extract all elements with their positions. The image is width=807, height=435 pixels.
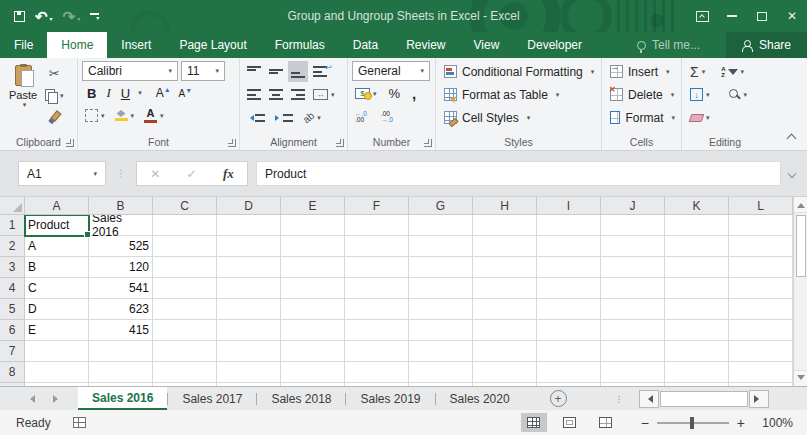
cell-I6[interactable]: [537, 320, 601, 341]
cell-L2[interactable]: [729, 236, 793, 257]
format-as-table-button[interactable]: Format as Table▾: [440, 84, 599, 105]
name-box[interactable]: A1 ▾: [18, 161, 106, 186]
row-header-9[interactable]: 9: [0, 383, 25, 386]
sort-filter-button[interactable]: AZ▾: [717, 61, 748, 82]
font-size-combo[interactable]: 11▾: [181, 61, 225, 81]
row-header-6[interactable]: 6: [0, 320, 25, 341]
cell-H2[interactable]: [473, 236, 537, 257]
cell-F9[interactable]: [345, 383, 409, 386]
cell-E5[interactable]: [281, 299, 345, 320]
ribbon-tab-page-layout[interactable]: Page Layout: [165, 32, 260, 58]
cell-L6[interactable]: [729, 320, 793, 341]
bold-button[interactable]: B: [82, 83, 101, 103]
cell-C1[interactable]: [153, 215, 217, 236]
cell-C4[interactable]: [153, 278, 217, 299]
cell-J3[interactable]: [601, 257, 665, 278]
cell-I2[interactable]: [537, 236, 601, 257]
share-button[interactable]: Share: [726, 32, 807, 58]
cell-C3[interactable]: [153, 257, 217, 278]
cell-I9[interactable]: [537, 383, 601, 386]
cell-H3[interactable]: [473, 257, 537, 278]
ribbon-display-options-button[interactable]: [687, 0, 717, 32]
cell-J8[interactable]: [601, 362, 665, 383]
sheet-tab-sales-2019[interactable]: Sales 2019: [346, 387, 434, 410]
cell-G7[interactable]: [409, 341, 473, 362]
cell-G5[interactable]: [409, 299, 473, 320]
row-header-8[interactable]: 8: [0, 362, 25, 383]
cell-C7[interactable]: [153, 341, 217, 362]
insert-function-icon[interactable]: fx: [223, 166, 234, 182]
row-header-3[interactable]: 3: [0, 257, 25, 278]
cell-D6[interactable]: [217, 320, 281, 341]
cell-E7[interactable]: [281, 341, 345, 362]
decrease-decimal-button[interactable]: .00→.0: [378, 106, 396, 127]
cell-B9[interactable]: [89, 383, 153, 386]
cancel-icon[interactable]: ✕: [150, 167, 160, 181]
cell-H1[interactable]: [473, 215, 537, 236]
column-header-G[interactable]: G: [409, 197, 473, 215]
cell-F7[interactable]: [345, 341, 409, 362]
comma-style-button[interactable]: ,: [409, 83, 419, 104]
cell-styles-button[interactable]: Cell Styles▾: [440, 107, 599, 128]
cell-J9[interactable]: [601, 383, 665, 386]
minimize-button[interactable]: [717, 0, 747, 32]
conditional-formatting-button[interactable]: Conditional Formatting▾: [440, 61, 599, 82]
macro-record-icon[interactable]: [73, 417, 86, 428]
cell-H8[interactable]: [473, 362, 537, 383]
cell-B5[interactable]: 623: [89, 299, 153, 320]
scroll-left-icon[interactable]: [639, 390, 659, 408]
autosum-button[interactable]: Σ▾: [686, 61, 709, 82]
cell-B6[interactable]: 415: [89, 320, 153, 341]
top-align-button[interactable]: [244, 61, 264, 82]
cell-J1[interactable]: [601, 215, 665, 236]
cell-B1[interactable]: Sales 2016: [89, 215, 153, 236]
column-header-L[interactable]: L: [729, 197, 793, 215]
font-color-button[interactable]: A▾: [141, 105, 167, 126]
cell-H4[interactable]: [473, 278, 537, 299]
cell-F6[interactable]: [345, 320, 409, 341]
page-layout-view-button[interactable]: [557, 413, 583, 432]
cut-button[interactable]: ✂: [42, 63, 67, 84]
vertical-scrollbar[interactable]: [793, 197, 807, 386]
column-header-K[interactable]: K: [665, 197, 729, 215]
center-button[interactable]: [266, 84, 286, 105]
cell-G6[interactable]: [409, 320, 473, 341]
zoom-level[interactable]: 100%: [755, 416, 793, 430]
ribbon-tab-data[interactable]: Data: [339, 32, 392, 58]
row-header-1[interactable]: 1: [0, 215, 25, 236]
cell-D5[interactable]: [217, 299, 281, 320]
cell-B4[interactable]: 541: [89, 278, 153, 299]
cell-H5[interactable]: [473, 299, 537, 320]
cell-I1[interactable]: [537, 215, 601, 236]
tell-me-box[interactable]: Tell me...: [611, 32, 726, 58]
collapse-ribbon-icon[interactable]: [787, 134, 797, 144]
cell-E9[interactable]: [281, 383, 345, 386]
align-left-button[interactable]: [244, 84, 264, 105]
cell-H6[interactable]: [473, 320, 537, 341]
horizontal-scrollbar[interactable]: [639, 390, 769, 408]
column-header-E[interactable]: E: [281, 197, 345, 215]
cell-J4[interactable]: [601, 278, 665, 299]
decrease-indent-button[interactable]: [244, 107, 268, 128]
cell-K9[interactable]: [665, 383, 729, 386]
column-header-F[interactable]: F: [345, 197, 409, 215]
cell-L9[interactable]: [729, 383, 793, 386]
cell-K3[interactable]: [665, 257, 729, 278]
ribbon-tab-file[interactable]: File: [0, 32, 47, 58]
zoom-out-button[interactable]: −: [641, 416, 649, 430]
cell-D9[interactable]: [217, 383, 281, 386]
cell-A6[interactable]: E: [25, 320, 89, 341]
cell-E6[interactable]: [281, 320, 345, 341]
save-button[interactable]: [14, 11, 25, 22]
accounting-format-button[interactable]: $▾: [352, 83, 380, 104]
cell-E3[interactable]: [281, 257, 345, 278]
cell-A2[interactable]: A: [25, 236, 89, 257]
vertical-scrollbar-thumb[interactable]: [796, 215, 806, 277]
fill-button[interactable]: ↓▾: [686, 84, 714, 105]
cell-A7[interactable]: [25, 341, 89, 362]
ribbon-tab-view[interactable]: View: [460, 32, 514, 58]
expand-formula-bar-icon[interactable]: [788, 169, 796, 177]
cell-F1[interactable]: [345, 215, 409, 236]
cell-B7[interactable]: [89, 341, 153, 362]
cell-F4[interactable]: [345, 278, 409, 299]
